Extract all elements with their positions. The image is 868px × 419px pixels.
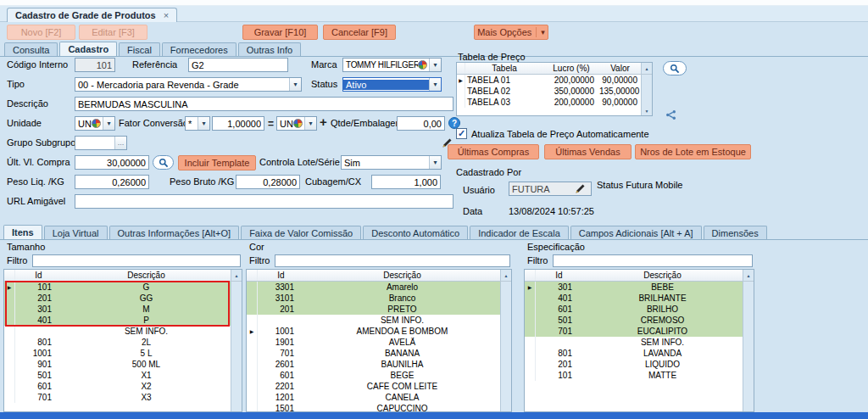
grid-row[interactable]: 3301Amarelo	[247, 282, 500, 293]
peso-liq-input[interactable]	[75, 175, 149, 189]
status-combo[interactable]: Ativo ▾	[342, 77, 442, 92]
grid-row[interactable]: 601BEGE	[247, 370, 500, 381]
novo-button[interactable]: Novo [F2]	[7, 25, 75, 40]
bottom-tab-dimens-es[interactable]: Dimensões	[704, 226, 767, 239]
scroll-up-icon[interactable]: ▲	[743, 270, 754, 281]
tab-cadastro[interactable]: Cadastro	[59, 42, 117, 56]
cubagem-input[interactable]	[371, 175, 441, 189]
bottom-tab-indicador-de-escala[interactable]: Indicador de Escala	[470, 226, 569, 239]
marca-combo[interactable]: TOMMY HILFILGER ▾	[342, 58, 442, 72]
grid-row[interactable]: 10015 L	[4, 348, 231, 359]
ult-vl-compra-input[interactable]	[75, 155, 149, 170]
grid-row[interactable]: SEM INFO.	[247, 315, 500, 326]
grid-row[interactable]: 501X1	[4, 370, 231, 381]
tipo-combo[interactable]: 00 - Mercadoria para Revenda - Grade ▾	[75, 77, 302, 92]
grid-row[interactable]: 201GG	[4, 293, 231, 304]
bottom-tab-campos-adicionais-alt-a[interactable]: Campos Adicionais [Alt + A]	[570, 226, 702, 239]
price-search-icon[interactable]	[663, 61, 687, 75]
grid-row[interactable]: 401BRILHANTE	[525, 293, 743, 304]
bottom-tab-loja-virtual[interactable]: Loja Virtual	[44, 226, 108, 239]
vertical-scrollbar[interactable]	[231, 282, 242, 411]
close-icon[interactable]: ×	[164, 10, 169, 20]
fator-operador-combo[interactable]: * ▾	[185, 116, 210, 131]
grid-row[interactable]: ▶101G	[4, 282, 231, 293]
grid-row[interactable]: 2201CAFÉ COM LEITE	[247, 381, 500, 392]
referencia-input[interactable]	[188, 58, 288, 72]
filter-input[interactable]	[553, 254, 753, 267]
scroll-up-icon[interactable]: ▲	[231, 270, 242, 281]
grupo-subgrupo-field[interactable]: …	[75, 136, 127, 150]
ultimas-vendas-button[interactable]: Últimas Vendas	[544, 144, 632, 159]
price-col-valor[interactable]: Valor	[599, 64, 641, 73]
grid-row[interactable]: 1901AVELÃ	[247, 337, 500, 348]
grid-row[interactable]: ▶301BEBE	[525, 282, 743, 293]
cancelar-button[interactable]: Cancelar [F9]	[323, 25, 396, 40]
grid-row[interactable]: 501CREMOSO	[525, 315, 743, 326]
url-amigavel-input[interactable]	[75, 194, 453, 209]
bottom-tab-desconto-autom-tico[interactable]: Desconto Automático	[363, 226, 468, 239]
help-icon[interactable]: ?	[448, 117, 460, 129]
filter-input[interactable]	[32, 254, 241, 267]
incluir-template-button[interactable]: Incluir Template	[178, 155, 256, 170]
grid-row[interactable]: 901500 ML	[4, 359, 231, 370]
column-header-id[interactable]: Id	[15, 271, 62, 280]
document-tab[interactable]: Cadastro de Grade de Produtos ×	[7, 8, 177, 22]
grid-row[interactable]: 201PRETO	[247, 304, 500, 315]
price-table-row[interactable]: ▶TABELA 01200,0000090,00000	[457, 75, 641, 86]
tab-outras-info[interactable]: Outras Info	[238, 42, 301, 56]
grid-row[interactable]: 1501CAPUCCINO	[247, 403, 500, 411]
price-table-row[interactable]: TABELA 03200,0000090,00000	[457, 97, 641, 108]
fator-conversao-input[interactable]	[212, 116, 264, 131]
bottom-tab-itens[interactable]: Itens	[3, 225, 42, 239]
grid-row[interactable]: 3101Branco	[247, 293, 500, 304]
qtde-embalagem-input[interactable]	[397, 116, 445, 131]
unidade-destino-combo[interactable]: UN ▾	[276, 116, 317, 131]
bottom-tab-outras-informa-es-alt-o[interactable]: Outras Informações [Alt+O]	[109, 226, 240, 239]
grid-row[interactable]: 301M	[4, 304, 231, 315]
scroll-up-icon[interactable]: ▲	[500, 270, 511, 281]
grid-row[interactable]: 8012L	[4, 337, 231, 348]
column-header-descricao[interactable]: Descrição	[304, 271, 500, 280]
grid-row[interactable]: 2601BAUNILHA	[247, 359, 500, 370]
lookup-dots-icon[interactable]: …	[114, 137, 126, 149]
gravar-button[interactable]: Gravar [F10]	[242, 25, 318, 40]
price-col-tabela[interactable]: Tabela	[465, 64, 543, 73]
mais-opcoes-button[interactable]: Mais Opções ▾	[474, 25, 548, 40]
vertical-scrollbar[interactable]	[743, 282, 754, 411]
grid-row[interactable]: 701BANANA	[247, 348, 500, 359]
ultimas-compras-button[interactable]: Últimas Compras	[448, 144, 539, 159]
price-table-row[interactable]: TABELA 02350,00000135,00000	[457, 86, 641, 97]
column-header-descricao[interactable]: Descrição	[62, 271, 231, 280]
tab-consulta[interactable]: Consulta	[4, 42, 58, 56]
descricao-input[interactable]	[75, 97, 453, 111]
grid-row[interactable]: 201LIQUIDO	[525, 359, 743, 370]
vertical-scrollbar[interactable]	[500, 282, 511, 411]
column-header-descricao[interactable]: Descrição	[582, 271, 743, 280]
scroll-down-icon[interactable]: ▼	[642, 106, 652, 115]
bottom-tab-faixa-de-valor-comiss-o[interactable]: Faixa de Valor Comissão	[241, 226, 361, 239]
price-col-lucro[interactable]: Lucro (%)	[543, 64, 599, 73]
grid-row[interactable]: 701X3	[4, 392, 231, 403]
price-table-scrollbar[interactable]: ▼	[641, 75, 652, 115]
nros-lote-estoque-button[interactable]: Nros de Lote em Estoque	[635, 144, 751, 159]
pencil-icon[interactable]	[573, 182, 587, 195]
editar-button[interactable]: Editar [F3]	[79, 25, 147, 40]
grid-row[interactable]: 101MATTE	[525, 370, 743, 381]
auto-update-checkbox[interactable]: ✓	[456, 128, 467, 139]
scroll-up-icon[interactable]: ▲	[641, 63, 652, 74]
controla-lote-combo[interactable]: Sim ▾	[341, 155, 442, 170]
column-header-id[interactable]: Id	[536, 271, 582, 280]
unidade-combo[interactable]: UN ▾	[75, 116, 115, 131]
grid-row[interactable]: SEM INFO.	[525, 337, 743, 348]
grid-row[interactable]: 801LAVANDA	[525, 348, 743, 359]
share-icon[interactable]	[665, 109, 677, 121]
grid-row[interactable]: SEM INFO.	[4, 326, 231, 337]
tab-fornecedores[interactable]: Fornecedores	[162, 42, 236, 56]
grid-row[interactable]: ▶1001AMENDOA E BOMBOM	[247, 326, 500, 337]
grid-row[interactable]: 1201CANELA	[247, 392, 500, 403]
tab-fiscal[interactable]: Fiscal	[119, 42, 160, 56]
peso-bruto-input[interactable]	[236, 175, 300, 189]
search-icon[interactable]	[153, 155, 174, 170]
grid-row[interactable]: 401P	[4, 315, 231, 326]
grid-row[interactable]: 701EUCALIPITO	[525, 326, 743, 337]
